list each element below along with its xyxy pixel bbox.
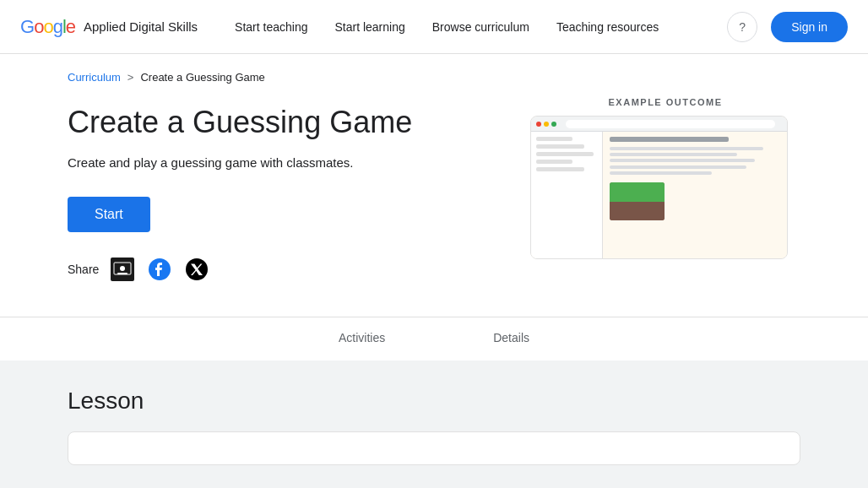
main-nav: Start teaching Start learning Browse cur… (225, 14, 700, 41)
example-outcome-label: EXAMPLE OUTCOME (530, 97, 800, 107)
fake-line (536, 137, 572, 141)
example-outcome-image (530, 116, 788, 259)
fake-browser-bar (531, 117, 787, 132)
help-button[interactable]: ? (727, 12, 757, 42)
fake-line (536, 152, 594, 156)
google-logo-text: Google (20, 16, 75, 38)
tab-details[interactable]: Details (473, 317, 550, 361)
page-description: Create and play a guessing game with cla… (68, 154, 480, 173)
start-button[interactable]: Start (68, 197, 150, 232)
lesson-section: Lesson (0, 361, 868, 488)
fake-address-bar (566, 120, 775, 128)
tabs-section: Activities Details (0, 317, 868, 361)
nav-teaching-resources[interactable]: Teaching resources (546, 14, 669, 41)
page-title: Create a Guessing Game (68, 104, 480, 140)
share-label: Share (68, 263, 99, 276)
share-row: Share (68, 256, 480, 283)
content-left: Create a Guessing Game Create and play a… (68, 97, 480, 283)
breadcrumb-current: Create a Guessing Game (140, 71, 264, 84)
sign-in-button[interactable]: Sign in (771, 12, 848, 42)
twitter-x-share-icon[interactable] (183, 256, 210, 283)
browser-dot-green (551, 122, 556, 127)
fake-main-area (603, 132, 787, 258)
tab-activities[interactable]: Activities (318, 317, 405, 361)
fake-title (610, 137, 730, 142)
svg-rect-3 (117, 273, 127, 274)
fake-text (610, 159, 755, 162)
main-content: Create a Guessing Game Create and play a… (0, 97, 868, 283)
fake-page-content (531, 132, 787, 258)
fake-line (536, 144, 584, 149)
svg-point-2 (120, 266, 125, 271)
fake-text (610, 165, 746, 169)
logo-link[interactable]: Google Applied Digital Skills (20, 16, 198, 38)
header: Google Applied Digital Skills Start teac… (0, 0, 868, 54)
fake-line (536, 160, 572, 164)
content-right: EXAMPLE OUTCOME (530, 97, 800, 259)
nav-start-learning[interactable]: Start learning (324, 14, 415, 41)
lesson-title: Lesson (68, 388, 800, 415)
google-classroom-share-icon[interactable] (109, 256, 136, 283)
brand-name: Applied Digital Skills (84, 19, 198, 34)
fake-text (610, 171, 712, 175)
facebook-share-icon[interactable] (146, 256, 173, 283)
header-actions: ? Sign in (727, 12, 848, 42)
breadcrumb-separator: > (127, 71, 134, 84)
fake-text (610, 153, 738, 156)
browser-dot-red (536, 122, 541, 127)
breadcrumb: Curriculum > Create a Guessing Game (0, 54, 868, 97)
nav-browse-curriculum[interactable]: Browse curriculum (422, 14, 540, 41)
fake-sidebar (531, 132, 603, 258)
lesson-card (68, 431, 800, 465)
fake-line (536, 167, 584, 171)
nav-start-teaching[interactable]: Start teaching (225, 14, 317, 41)
browser-dot-yellow (544, 122, 549, 127)
fake-text (610, 147, 763, 150)
breadcrumb-parent-link[interactable]: Curriculum (68, 71, 121, 84)
